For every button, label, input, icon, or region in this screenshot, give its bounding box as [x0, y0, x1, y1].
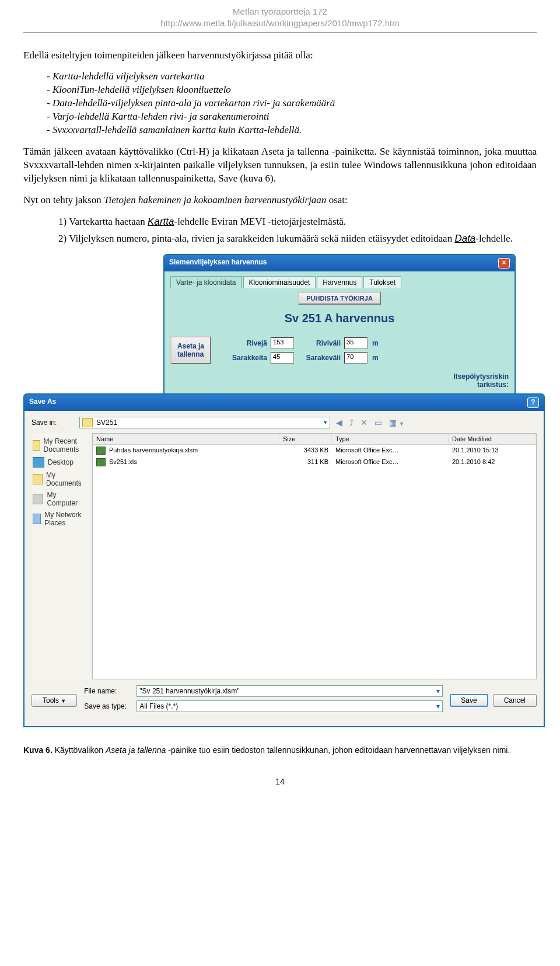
- save-as-dialog: Save As ? Save in: SV251 ▾ ◀ ⤴ ✕ ▭ ▦ ▼: [23, 393, 545, 727]
- col-date[interactable]: Date Modified: [449, 434, 536, 444]
- numbered-item: 2) Viljelyksen numero, pinta-ala, rivien…: [58, 232, 537, 246]
- app-window: Siemenviljelyksen harvennus × Varte- ja …: [163, 254, 516, 395]
- place-desktop[interactable]: Desktop: [33, 455, 85, 469]
- paragraph-3-lead: Nyt on tehty jakson Tietojen hakeminen j…: [23, 194, 537, 207]
- saveas-title: Save As: [29, 397, 56, 408]
- bullet-item: - Kartta-lehdellä viljelyksen vartekartt…: [58, 70, 537, 83]
- bullet-item: - Varjo-lehdellä Kartta-lehden rivi- ja …: [58, 110, 537, 124]
- savein-label: Save in:: [32, 419, 74, 427]
- up-icon[interactable]: ⤴: [349, 418, 354, 427]
- doc-url: http://www.metla.fi/julkaisut/workingpap…: [23, 18, 537, 29]
- aseta-tallenna-button[interactable]: Aseta ja tallenna: [170, 336, 211, 364]
- folder-icon: [33, 440, 40, 451]
- views-icon[interactable]: ▦ ▼: [389, 418, 404, 427]
- numbered-item: 1) Vartekartta haetaan Kartta-lehdelle E…: [58, 215, 537, 229]
- place-recent[interactable]: My Recent Documents: [33, 435, 85, 455]
- delete-icon[interactable]: ✕: [360, 418, 368, 427]
- place-mydocs[interactable]: My Documents: [33, 469, 85, 489]
- tab-klooni[interactable]: Klooniominaisuudet: [243, 276, 316, 288]
- header-rule: [23, 32, 537, 33]
- savein-combo[interactable]: SV251 ▾: [79, 417, 330, 428]
- close-icon[interactable]: ×: [498, 258, 510, 268]
- tab-harvennus[interactable]: Harvennus: [317, 276, 362, 288]
- rows-label: Rivejä: [224, 339, 267, 347]
- colgap-value[interactable]: 70: [344, 352, 368, 364]
- rowgap-value[interactable]: 35: [344, 337, 368, 349]
- savetype-combo[interactable]: All Files (*.*) ▾: [136, 700, 443, 712]
- bullet-item: - Data-lehdellä-viljelyksen pinta-ala ja…: [58, 97, 537, 110]
- cols-value[interactable]: 45: [271, 352, 294, 364]
- col-name[interactable]: Name: [93, 434, 279, 444]
- back-icon[interactable]: ◀: [336, 418, 342, 427]
- figure-caption: Kuva 6. Käyttövalikon Aseta ja tallenna …: [23, 745, 537, 756]
- tab-tulokset[interactable]: Tulokset: [363, 276, 401, 288]
- rowgap-label: Riviväli: [298, 339, 341, 347]
- bullet-item: - Svxxxvartall-lehdellä samanlainen kart…: [58, 124, 537, 137]
- unit-m: m: [372, 354, 379, 362]
- chevron-down-icon[interactable]: ▾: [436, 702, 440, 710]
- unit-m: m: [372, 339, 379, 347]
- filename-label: File name:: [84, 687, 136, 695]
- status-text: Itsepölytysriskin tarkistus:: [170, 372, 509, 389]
- place-network[interactable]: My Network Places: [33, 509, 85, 529]
- chevron-down-icon[interactable]: ▾: [436, 687, 440, 695]
- doc-header: Metlan työraportteja 172 http://www.metl…: [23, 6, 537, 32]
- rows-value[interactable]: 153: [271, 337, 294, 349]
- app-title: Siemenviljelyksen harvennus: [169, 258, 267, 268]
- app-titlebar[interactable]: Siemenviljelyksen harvennus ×: [164, 255, 514, 271]
- place-mycomputer[interactable]: My Computer: [33, 489, 85, 509]
- desktop-icon: [33, 457, 44, 468]
- excel-icon: [96, 458, 106, 466]
- doc-title: Metlan työraportteja 172: [23, 6, 537, 18]
- excel-icon: [96, 447, 106, 455]
- page-number: 14: [23, 777, 537, 786]
- tab-strip: Varte- ja kloonidata Klooniominaisuudet …: [170, 276, 509, 288]
- network-icon: [33, 514, 41, 524]
- new-folder-icon[interactable]: ▭: [374, 418, 382, 427]
- cols-label: Sarakkeita: [224, 354, 267, 362]
- savein-folder: SV251: [96, 419, 117, 427]
- tools-button[interactable]: Tools ▼: [32, 694, 77, 707]
- saveas-titlebar[interactable]: Save As ?: [24, 395, 544, 411]
- file-list-header[interactable]: Name Size Type Date Modified: [93, 434, 536, 445]
- bullet-item: - KlooniTun-lehdellä viljelyksen kloonil…: [58, 83, 537, 97]
- filename-input[interactable]: "Sv 251 harvennustyökirja.xlsm" ▾: [136, 685, 443, 697]
- saveas-toolbar: ◀ ⤴ ✕ ▭ ▦ ▼: [336, 418, 404, 427]
- savetype-label: Save as type:: [84, 702, 136, 710]
- places-bar: My Recent Documents Desktop My Documents…: [32, 433, 89, 679]
- save-button[interactable]: Save: [450, 694, 488, 707]
- file-row[interactable]: Sv251.xls 311 KB Microsoft Office Exc… 2…: [93, 456, 536, 468]
- puhdista-button[interactable]: PUHDISTA TYÖKIRJA: [298, 292, 381, 305]
- tab-varte[interactable]: Varte- ja kloonidata: [170, 276, 242, 288]
- folder-icon: [33, 474, 43, 484]
- cancel-button[interactable]: Cancel: [493, 694, 537, 707]
- folder-icon: [82, 418, 93, 427]
- paragraph-2: Tämän jälkeen avataan käyttövalikko (Ctr…: [23, 145, 537, 186]
- paragraph-lead: Edellä esiteltyjen toimenpiteiden jälkee…: [23, 49, 537, 62]
- colgap-label: Sarakeväli: [298, 354, 341, 362]
- file-row[interactable]: Puhdas harvennustyökirja.xlsm 3433 KB Mi…: [93, 445, 536, 456]
- app-heading: Sv 251 A harvennus: [170, 312, 509, 325]
- col-type[interactable]: Type: [332, 434, 449, 444]
- chevron-down-icon[interactable]: ▾: [324, 419, 327, 426]
- file-list[interactable]: Name Size Type Date Modified Puhdas harv…: [92, 433, 537, 679]
- computer-icon: [33, 494, 43, 504]
- chevron-down-icon: ▼: [61, 698, 66, 704]
- help-icon[interactable]: ?: [527, 397, 539, 408]
- col-size[interactable]: Size: [279, 434, 332, 444]
